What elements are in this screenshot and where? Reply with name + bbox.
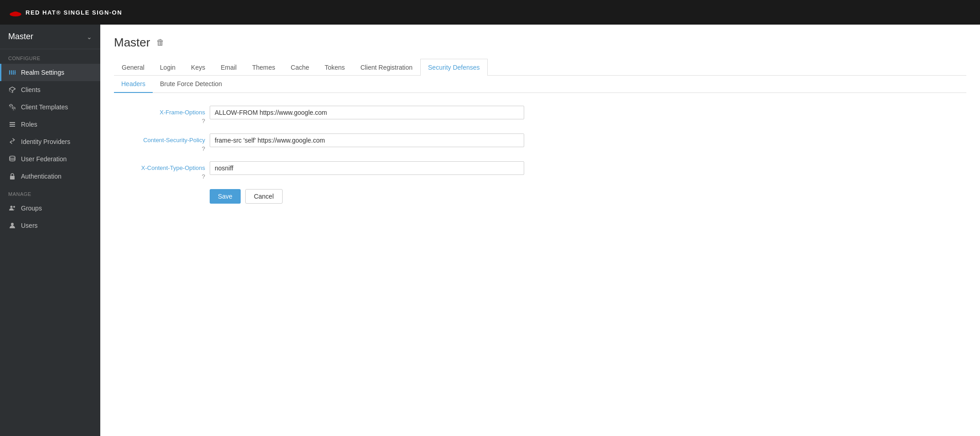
x-frame-options-label-text: X-Frame-Options [160,109,205,116]
sidebar-item-roles[interactable]: Roles [0,116,100,133]
svg-rect-12 [10,124,15,125]
x-content-type-options-label-text: X-Content-Type-Options [141,164,205,171]
tab-keys[interactable]: Keys [183,59,213,76]
sidebar-label-clients: Clients [21,86,41,93]
tab-client-registration[interactable]: Client Registration [353,59,420,76]
sidebar-item-identity-providers[interactable]: Identity Providers [0,133,100,150]
svg-point-14 [10,156,15,159]
svg-rect-15 [10,176,15,180]
sidebar-label-roles: Roles [21,121,37,128]
database-icon [8,155,16,163]
svg-rect-6 [15,70,15,72]
svg-point-18 [11,223,14,226]
svg-point-10 [15,72,16,73]
cancel-button[interactable]: Cancel [245,189,283,204]
tab-headers[interactable]: Headers [114,76,153,93]
sidebar-item-users[interactable]: Users [0,217,100,234]
users-icon [8,204,16,212]
sidebar-label-realm-settings: Realm Settings [21,69,64,76]
realm-name: Master [8,32,33,41]
form-group-x-frame-options: X-Frame-Options ? [114,106,524,124]
content-security-policy-help-icon[interactable]: ? [202,145,205,152]
sidebar-section-manage: Manage [0,185,100,200]
trash-icon[interactable]: 🗑 [156,38,165,47]
sidebar-item-realm-settings[interactable]: Realm Settings [0,64,100,81]
tab-tokens[interactable]: Tokens [317,59,352,76]
sidebar-item-clients[interactable]: Clients [0,81,100,98]
form-actions: Save Cancel [210,189,524,204]
sliders-icon [8,68,16,77]
svg-point-8 [11,72,12,73]
form-group-content-security-policy: Content-Security-Policy ? [114,133,524,152]
svg-rect-1 [9,70,10,75]
logo: RED HAT® SINGLE SIGN-ON [9,8,122,17]
sidebar-label-groups: Groups [21,205,42,212]
realm-selector[interactable]: Master ⌄ [0,25,100,49]
sidebar-section-configure: Configure [0,49,100,64]
page-header: Master 🗑 [114,36,966,50]
list-icon [8,120,16,128]
sidebar-item-client-templates[interactable]: Client Templates [0,98,100,116]
redhat-logo-icon [9,8,22,17]
tab-brute-force[interactable]: Brute Force Detection [153,76,229,93]
tab-email[interactable]: Email [213,59,244,76]
form-group-x-content-type-options: X-Content-Type-Options ? [114,161,524,180]
svg-rect-11 [10,122,15,123]
content-security-policy-input[interactable] [210,133,524,147]
sidebar: Master ⌄ Configure Realm Settings Client… [0,25,100,436]
sidebar-label-user-federation: User Federation [21,155,67,163]
tabs-secondary: Headers Brute Force Detection [114,76,966,93]
svg-point-17 [13,206,15,208]
svg-rect-4 [13,70,14,73]
tab-cache[interactable]: Cache [283,59,317,76]
main-layout: Master ⌄ Configure Realm Settings Client… [0,25,980,436]
page-title: Master [114,36,150,50]
lock-icon [8,172,16,180]
x-content-type-options-input[interactable] [210,161,524,175]
exchange-icon [8,138,16,146]
content-area: Master 🗑 General Login Keys Email Themes… [100,25,980,436]
svg-rect-13 [10,126,15,127]
sidebar-label-client-templates: Client Templates [21,103,68,111]
form-section: X-Frame-Options ? Content-Security-Polic… [114,106,524,204]
save-button[interactable]: Save [210,189,241,204]
user-icon [8,221,16,230]
x-frame-options-help-icon[interactable]: ? [202,118,205,124]
svg-rect-7 [15,73,15,75]
tabs-primary: General Login Keys Email Themes Cache To… [114,59,966,76]
content-inner: Master 🗑 General Login Keys Email Themes… [100,25,980,215]
content-security-policy-label-text: Content-Security-Policy [143,137,205,144]
sidebar-item-authentication[interactable]: Authentication [0,168,100,185]
app-title: RED HAT® SINGLE SIGN-ON [26,9,122,16]
x-frame-options-input[interactable] [210,106,524,119]
x-content-type-options-help-icon[interactable]: ? [202,173,205,180]
topbar: RED HAT® SINGLE SIGN-ON [0,0,980,25]
cube-icon [8,86,16,94]
tab-themes[interactable]: Themes [244,59,283,76]
sidebar-item-user-federation[interactable]: User Federation [0,150,100,168]
svg-rect-3 [11,72,12,75]
tab-login[interactable]: Login [152,59,183,76]
label-x-content-type-options: X-Content-Type-Options ? [114,161,205,180]
sidebar-label-users: Users [21,222,38,229]
tab-security-defenses[interactable]: Security Defenses [420,59,488,76]
sidebar-item-groups[interactable]: Groups [0,200,100,217]
label-x-frame-options: X-Frame-Options ? [114,106,205,124]
sidebar-label-authentication: Authentication [21,173,62,180]
tab-general[interactable]: General [114,59,152,76]
svg-point-9 [13,73,14,75]
chevron-down-icon: ⌄ [87,33,92,41]
cubes-icon [8,103,16,111]
sidebar-label-identity-providers: Identity Providers [21,138,70,145]
svg-point-16 [10,206,13,208]
label-content-security-policy: Content-Security-Policy ? [114,133,205,152]
